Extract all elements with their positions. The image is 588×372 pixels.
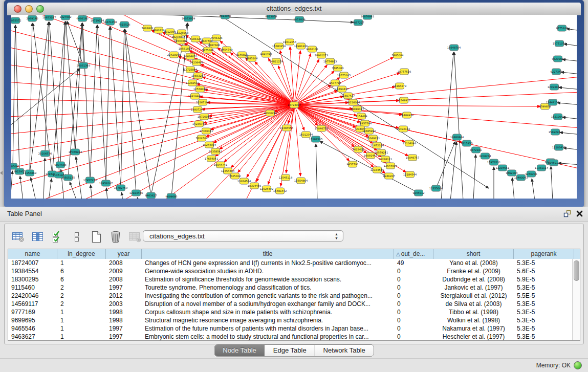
column-header-name[interactable]: name [8,249,57,259]
column-header-year[interactable]: year [106,249,142,259]
graph-node[interactable]: 12545118 [279,174,292,181]
graph-node[interactable]: 7485083 [332,65,343,71]
panel-collapse-arrow[interactable] [0,171,3,175]
graph-node[interactable]: 2069140 [26,15,38,21]
select-rows-icon[interactable] [50,230,65,244]
table-row[interactable]: 1872400712008Changes of HCN gene express… [8,259,573,267]
graph-node[interactable]: 13554864 [294,178,308,184]
graph-node[interactable]: 7663822 [141,25,153,31]
graph-node[interactable]: 20876842 [361,15,374,19]
graph-node[interactable]: 9246207 [383,173,395,179]
graph-node[interactable]: 9616106 [306,46,318,52]
graph-node[interactable]: 14416461 [188,93,202,99]
graph-node[interactable]: 15976231 [487,159,500,165]
graph-node[interactable]: 9245013 [548,160,559,166]
graph-node[interactable]: 18304456 [248,183,261,189]
table-selector-dropdown[interactable]: citations_edges.txt ▲▼ [143,230,343,242]
table-row[interactable]: 2242004622012Investigating the contribut… [8,292,573,300]
graph-node[interactable]: 7546326 [210,35,222,41]
column-header-out_de[interactable]: △out_de... [394,249,433,259]
graph-node[interactable]: 12544904 [384,163,398,169]
show-columns-icon[interactable] [30,230,46,244]
graph-node[interactable]: 8813054 [265,15,277,19]
graph-node[interactable]: 8208234 [479,153,491,159]
graph-node[interactable]: 18961273 [315,52,328,58]
graph-node[interactable]: 16821259 [270,58,283,64]
float-panel-icon[interactable] [563,210,571,217]
graph-node[interactable]: 10853287 [42,15,56,20]
graph-node[interactable]: 12184544 [403,171,417,178]
graph-node[interactable]: 10490437 [335,86,349,92]
graph-node[interactable]: 11282531 [186,80,199,86]
graph-node[interactable]: 7625403 [352,146,364,152]
graph-node[interactable]: 16012344 [299,132,313,138]
graph-node[interactable]: 7624504 [195,135,208,141]
graph-node[interactable]: 9245012 [412,190,424,196]
table-row[interactable]: 911546021997Tourette syndrome. Phenomeno… [8,283,573,292]
network-canvas[interactable]: 1472400776638228660126891295413226058982… [11,15,577,199]
graph-node[interactable]: 12355064 [429,185,443,191]
graph-node[interactable]: 9462064 [506,170,518,176]
vertical-scrollbar[interactable] [572,259,580,340]
graph-node[interactable]: 15683254 [272,43,286,49]
graph-node[interactable]: 16210643 [551,114,564,120]
column-header-pagerank[interactable]: pagerank [514,249,574,259]
delete-table-icon[interactable] [127,230,143,244]
graph-node[interactable]: 5875685 [202,47,213,53]
table-row[interactable]: 969969511998Structural magnetic resonanc… [8,316,573,324]
memory-ok-led-icon[interactable] [574,361,582,369]
graph-node[interactable]: 9872161 [470,147,482,153]
graph-node[interactable]: 16164279 [393,83,406,89]
table-row[interactable]: 1456911722003Disruption of a novel membe… [8,300,573,308]
graph-node[interactable]: 12725864 [184,67,198,73]
graph-node[interactable]: 9775107 [556,25,568,31]
graph-node[interactable]: 17376441 [200,128,213,134]
graph-node[interactable]: 9053809 [293,16,305,23]
window-titlebar[interactable]: citations_edges.txt [7,3,581,15]
delete-rows-icon[interactable] [108,230,123,244]
table-row[interactable]: 946362711997Embryonic stem cells: a mode… [8,333,573,341]
graph-node[interactable]: 16053809 [182,15,195,21]
graph-node[interactable]: 12093832 [548,84,561,90]
graph-node[interactable]: 9463627 [145,192,157,199]
scrollbar-thumb[interactable] [574,260,579,281]
graph-node[interactable]: 17654041 [205,156,218,162]
graph-node[interactable]: 7625402 [229,173,241,179]
graph-node[interactable]: 1327602 [59,15,71,20]
graph-node[interactable]: 8186328 [189,36,201,42]
graph-node[interactable]: 6466160 [76,15,88,21]
graph-node[interactable]: 16880844 [450,134,464,140]
graph-node[interactable]: 7485084 [391,52,404,58]
graph-node[interactable]: 8454749 [221,47,232,53]
graph-node[interactable]: 16958167 [99,180,113,186]
graph-node[interactable]: 19754803 [323,58,337,64]
graph-node[interactable]: 12103437 [552,144,565,150]
graph-node[interactable]: 16782759 [114,185,127,191]
graph-node[interactable]: 12204561 [496,165,509,171]
graph-node[interactable]: 2055572 [11,17,21,24]
graph-node[interactable]: 15692931 [549,129,562,135]
graph-node[interactable]: 7515526 [118,21,130,28]
graph-node[interactable]: 9577716 [329,80,341,86]
graph-node[interactable]: 16648784 [447,45,461,51]
graph-node[interactable]: 9699695 [165,193,177,199]
graph-node[interactable]: 18575165 [337,72,351,78]
table-row[interactable]: 1938455462009Genome-wide association stu… [8,267,573,275]
graph-node[interactable]: 15184505 [309,136,322,142]
graph-node[interactable]: 9457791 [346,161,358,167]
graph-node[interactable]: 12025492 [260,186,273,192]
graph-node[interactable]: 9329966 [552,56,563,62]
graph-node[interactable]: 11381114 [535,165,549,171]
graph-node[interactable]: 12358541 [209,148,222,155]
graph-node[interactable]: 12184545 [371,167,384,173]
graph-node[interactable]: 9246206 [525,171,537,177]
row-height-icon[interactable] [69,230,84,244]
graph-node[interactable]: 9154469 [355,113,367,119]
graph-node[interactable]: 13807241 [191,106,204,113]
graph-node[interactable]: 18489932 [400,112,413,118]
graph-node[interactable]: 6885204 [246,55,258,61]
graph-node[interactable]: 11607427 [341,93,355,99]
column-header-in_degree[interactable]: in_degree [57,249,106,259]
tab-network-table[interactable]: Network Table [315,345,374,356]
graph-node[interactable]: 15549921 [397,97,410,103]
